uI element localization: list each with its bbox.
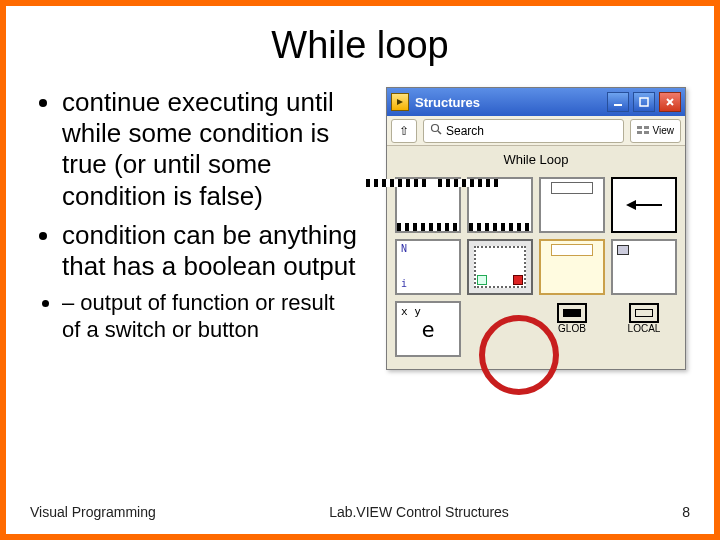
- svg-marker-11: [626, 200, 636, 210]
- window-title-text: Structures: [415, 95, 480, 110]
- svg-rect-1: [614, 104, 622, 106]
- svg-point-5: [432, 125, 439, 132]
- svg-marker-0: [397, 99, 403, 105]
- screenshot-column: Structures ⇧: [366, 87, 686, 370]
- for-loop-icon[interactable]: [395, 239, 461, 295]
- search-icon: [430, 123, 442, 138]
- conditional-terminal-icon: [513, 275, 523, 285]
- palette-toolbar: ⇧ Search View: [387, 116, 685, 146]
- event-structure-icon[interactable]: [539, 239, 605, 295]
- formula-node-icon[interactable]: x y e: [395, 301, 461, 357]
- slide: While loop continue executing until whil…: [0, 0, 720, 540]
- view-button[interactable]: View: [630, 119, 682, 143]
- stacked-sequence-icon[interactable]: [467, 177, 533, 233]
- up-button[interactable]: ⇧: [391, 119, 417, 143]
- svg-rect-9: [637, 131, 642, 134]
- palette-icon: [391, 93, 409, 111]
- view-label: View: [653, 125, 675, 136]
- svg-line-6: [438, 131, 441, 134]
- case-structure-icon[interactable]: [539, 177, 605, 233]
- structures-palette-window: Structures ⇧: [386, 87, 686, 370]
- minimize-button[interactable]: [607, 92, 629, 112]
- footer-left: Visual Programming: [30, 504, 156, 520]
- svg-rect-7: [637, 126, 642, 129]
- feedback-node-icon[interactable]: [611, 177, 677, 233]
- slide-footer: Visual Programming Lab.VIEW Control Stru…: [30, 504, 690, 520]
- view-icon: [637, 124, 649, 138]
- svg-rect-8: [644, 126, 649, 129]
- iteration-terminal-icon: [477, 275, 487, 285]
- timed-structure-icon[interactable]: [611, 239, 677, 295]
- bullet-1: continue executing until while some cond…: [62, 87, 358, 212]
- local-var-icon[interactable]: LOCAL: [611, 301, 677, 357]
- body-row: continue executing until while some cond…: [34, 87, 686, 370]
- search-button[interactable]: Search: [423, 119, 624, 143]
- search-label: Search: [446, 124, 484, 138]
- bulleted-text: continue executing until while some cond…: [34, 87, 358, 351]
- palette-section-label: While Loop: [387, 146, 685, 173]
- maximize-button[interactable]: [633, 92, 655, 112]
- footer-page-number: 8: [682, 504, 690, 520]
- global-var-icon[interactable]: GLOB: [539, 301, 605, 357]
- svg-rect-2: [640, 98, 648, 106]
- window-title-bar: Structures: [387, 88, 685, 116]
- bullet-2: condition can be anything that has a boo…: [62, 220, 358, 282]
- slide-title: While loop: [34, 24, 686, 67]
- svg-rect-10: [644, 131, 649, 134]
- structures-grid: x y e GLOB LOCAL: [387, 173, 685, 369]
- close-button[interactable]: [659, 92, 681, 112]
- while-loop-icon[interactable]: [467, 239, 533, 295]
- footer-center: Lab.VIEW Control Structures: [329, 504, 509, 520]
- sub-bullet-1: output of function or result of a switch…: [62, 290, 358, 343]
